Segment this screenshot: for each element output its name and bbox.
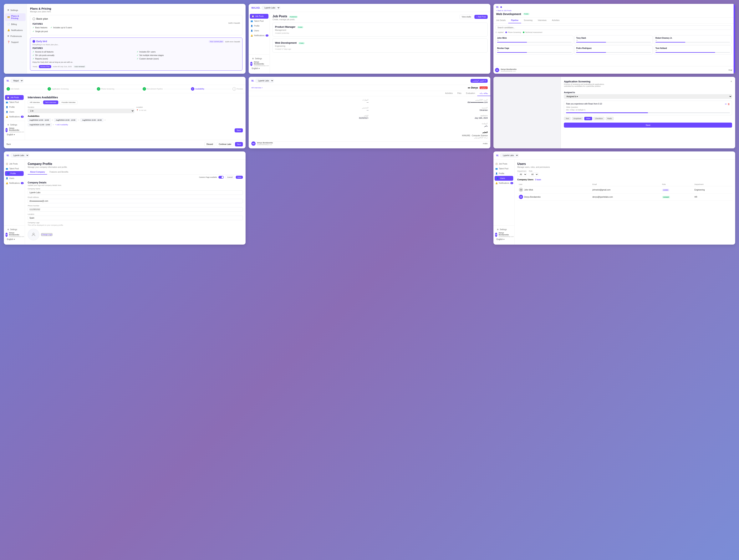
p4-sidebar-users[interactable]: 👤 Users bbox=[4, 110, 25, 114]
sidebar-item-preferences[interactable]: ⚙ Preferences bbox=[5, 33, 26, 39]
save-button-p4[interactable]: Save bbox=[235, 128, 243, 132]
job-card-web-dev[interactable]: Web Development Public Engineering Creat… bbox=[273, 38, 488, 52]
p4-sidebar-talent[interactable]: 👥 Talent Pool bbox=[4, 100, 25, 105]
sidebar-item-talent-pool[interactable]: 👥 Talent Pool bbox=[249, 19, 270, 23]
sidebar-item-job-posts[interactable]: 📋 Job Posts bbox=[250, 14, 269, 19]
tab-files[interactable]: Files bbox=[455, 91, 464, 96]
sidebar-item-billing[interactable]: 📄 Billing bbox=[5, 21, 26, 27]
candidate-pedro[interactable]: Pedro Rodriguez 2x bbox=[574, 45, 652, 54]
sidebar-item-profile[interactable]: 👤 Profile bbox=[249, 23, 270, 28]
discard-button[interactable]: Discard bbox=[204, 142, 215, 146]
wajad-logo-p5: W. bbox=[251, 80, 254, 82]
tab-job-details[interactable]: Job Details bbox=[493, 18, 508, 23]
company-selector[interactable]: Lyperle Labs bbox=[262, 6, 280, 10]
continue-later-button[interactable]: Continue Later bbox=[217, 142, 234, 146]
candidate-robert-downey[interactable]: Robert Downey Jr. 2x bbox=[654, 35, 732, 44]
p8-sidebar-users[interactable]: 👤 Users bbox=[494, 176, 513, 181]
cancel-profile-button[interactable]: Cancel bbox=[226, 175, 234, 179]
tab-features-benefits[interactable]: Features and Benefits bbox=[47, 170, 70, 174]
language-selector[interactable]: English ▾ bbox=[250, 66, 268, 70]
renew-plan-button[interactable]: Renew Plan bbox=[39, 65, 51, 68]
view-drafts-button[interactable]: View drafts bbox=[460, 15, 473, 19]
sidebar-item-plans[interactable]: 💳 Plans & Pricing bbox=[5, 13, 26, 21]
action-button-p5[interactable]: الطيف الوظيفى ▾ bbox=[470, 79, 488, 83]
sidebar-item-support[interactable]: ❓ Support bbox=[5, 39, 26, 45]
tab-tech-interview[interactable]: Tech Interview bbox=[43, 101, 58, 104]
p8-sidebar-talent[interactable]: 👥 Talent Pool bbox=[493, 166, 514, 171]
change-logo-button[interactable]: Change Logo bbox=[41, 233, 52, 236]
tab-activities-p5[interactable]: Activities bbox=[443, 91, 455, 96]
sidebar-item-notifications[interactable]: 🔔 Notifications bbox=[5, 27, 26, 33]
tab-founder-interview[interactable]: Founder Interview bbox=[59, 101, 78, 104]
candidate-tom-holland[interactable]: Tom Holland 4x bbox=[654, 45, 732, 54]
p8-sidebar-notif[interactable]: 🔔 Notifications 1 bbox=[493, 181, 514, 185]
p7-sidebar-jobs[interactable]: 📋 Job Posts bbox=[4, 161, 25, 166]
next-button[interactable]: Next bbox=[235, 142, 243, 146]
remove-slot-3[interactable]: × bbox=[105, 119, 106, 121]
logo-upload-area[interactable] bbox=[28, 229, 39, 240]
lang-selector-p4[interactable]: English ▾ bbox=[5, 133, 23, 136]
company-selector-p7[interactable]: Lyperle Labs bbox=[11, 153, 29, 157]
edit-question-button[interactable]: ✏ bbox=[725, 103, 727, 106]
duration-select[interactable]: 1 hr bbox=[28, 109, 134, 113]
sidebar-item-settings[interactable]: ⚙ Settings bbox=[5, 7, 26, 13]
candidate-nicolas-cage[interactable]: Nicolas Cage 2x bbox=[495, 45, 573, 54]
type-slider[interactable]: Slider bbox=[584, 117, 592, 120]
logo-field: Company Logo This will be displayed on y… bbox=[28, 222, 243, 242]
company-selector-p5[interactable]: Lyperle Labs bbox=[256, 79, 274, 83]
p5-back-button[interactable]: < HR Interview bbox=[251, 87, 263, 89]
tab-about-company[interactable]: About Company bbox=[28, 170, 47, 174]
p4-sidebar-job-posts[interactable]: 📋 Job Posts bbox=[5, 95, 24, 100]
p7-sidebar-talent[interactable]: 👥 Talent Pool bbox=[4, 166, 25, 171]
type-dropdown[interactable]: Dropdown bbox=[572, 117, 583, 120]
p4-sidebar-notif[interactable]: 🔔 Notifications 8 bbox=[4, 114, 25, 119]
tab-evaluation[interactable]: Evaluation bbox=[464, 91, 477, 96]
assigned-to-select[interactable]: Assigned to ▾ bbox=[564, 94, 732, 99]
p8-settings[interactable]: ⚙ Settings bbox=[495, 227, 513, 232]
type-text[interactable]: Text bbox=[564, 117, 571, 120]
remove-slot-2[interactable]: × bbox=[78, 119, 79, 121]
p7-settings[interactable]: ⚙ Settings bbox=[5, 227, 23, 232]
back-button[interactable]: Back bbox=[7, 143, 11, 145]
add-post-button[interactable]: + Add Post bbox=[474, 15, 488, 19]
candidate-john-wick[interactable]: John Wick 2x bbox=[495, 35, 573, 44]
company-selector-p4[interactable]: Wajad bbox=[11, 79, 23, 83]
dept-select[interactable]: All bbox=[517, 172, 527, 176]
role-select[interactable]: All bbox=[529, 172, 539, 176]
tab-hr-interview[interactable]: HR Interview bbox=[28, 101, 42, 104]
delete-question-button[interactable]: 🗑 bbox=[728, 103, 730, 106]
settings-link[interactable]: ⚙ Settings bbox=[250, 56, 268, 61]
add-availability-button[interactable]: + Add Availability bbox=[55, 124, 68, 126]
save-screening-button[interactable]: Save bbox=[564, 123, 732, 128]
p7-sidebar-users[interactable]: 👤 Users bbox=[4, 176, 25, 181]
p4-settings[interactable]: ⚙ Settings bbox=[5, 122, 23, 127]
remove-slot-4[interactable]: × bbox=[53, 124, 54, 126]
company-selector-p8[interactable]: Lyperle Labs bbox=[500, 153, 519, 157]
tab-screening[interactable]: Screening bbox=[521, 18, 535, 23]
p7-sidebar-notif[interactable]: 🔔 Notifications 1 bbox=[4, 181, 25, 185]
published-badge: Published bbox=[289, 16, 298, 18]
search-candidates-input[interactable] bbox=[495, 25, 732, 30]
candidate-tony-stark[interactable]: Tony Stark 2x bbox=[574, 35, 652, 44]
type-checkbox[interactable]: Checkbox bbox=[593, 117, 604, 120]
lang-selector-p8[interactable]: English ▾ bbox=[495, 238, 513, 241]
job-card-product-manager[interactable]: Product Manager Public Management Create… bbox=[273, 22, 488, 36]
sidebar-item-notifications[interactable]: 🔔 Notifications 1 bbox=[249, 33, 270, 38]
tab-activities[interactable]: Activities bbox=[549, 18, 562, 23]
pipeline-header: W. < Back to Job Posts Web Development P… bbox=[493, 4, 734, 18]
careers-toggle[interactable] bbox=[218, 176, 224, 178]
close-button[interactable]: × bbox=[731, 80, 732, 83]
tab-pipeline[interactable]: Pipeline bbox=[508, 18, 521, 23]
back-to-jobs-link[interactable]: < Back to Job Posts bbox=[496, 10, 731, 12]
p8-sidebar-jobs[interactable]: 📋 Job Posts bbox=[493, 161, 514, 166]
p4-sidebar-profile[interactable]: 👤 Profile bbox=[4, 105, 25, 110]
p7-sidebar-profile[interactable]: 👤 Profile bbox=[5, 171, 24, 176]
p8-sidebar-profile[interactable]: 👤 Profile bbox=[493, 171, 514, 176]
type-radio[interactable]: Radio bbox=[606, 117, 614, 120]
sidebar-item-users[interactable]: 👤 Users bbox=[249, 28, 270, 33]
remove-slot-1[interactable]: × bbox=[52, 119, 53, 121]
tab-interviews[interactable]: Interviews bbox=[535, 18, 549, 23]
tab-profile-card[interactable]: بطاقة بيانة bbox=[477, 91, 490, 96]
lang-selector-p7[interactable]: English ▾ bbox=[5, 238, 23, 241]
save-profile-button[interactable]: Save bbox=[236, 176, 243, 179]
